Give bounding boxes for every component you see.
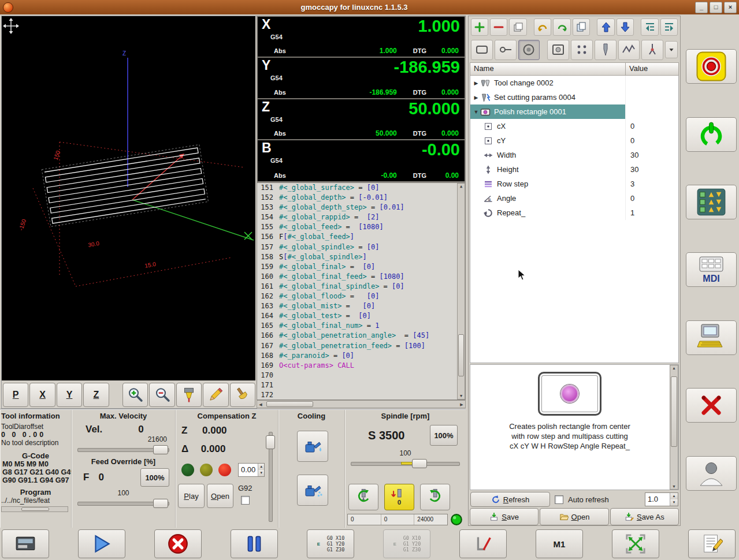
maximize-button[interactable]: □ (710, 2, 722, 13)
estop-button[interactable] (686, 49, 737, 84)
zoomin-button[interactable] (122, 383, 148, 407)
view-z-button[interactable]: Z (83, 383, 109, 407)
spindle-left-button[interactable] (348, 484, 378, 510)
program-hscrollbar[interactable] (1, 506, 68, 512)
outdent-button[interactable] (641, 18, 658, 36)
comp-spin-arrows-icon[interactable]: ▲▼ (258, 464, 264, 476)
settings-button[interactable] (686, 388, 737, 423)
tooledit-button[interactable] (686, 320, 737, 355)
gcode-hscrollbar[interactable]: ◀ ▶ (257, 400, 466, 408)
tree-row[interactable]: Width30 (470, 148, 678, 162)
tree-row-value[interactable]: 1 (625, 206, 678, 220)
save-as-button[interactable]: Save As (610, 508, 679, 525)
tree-row-value[interactable] (625, 90, 678, 104)
expander-icon[interactable]: ▶ (472, 95, 480, 100)
feat-mill-button[interactable] (618, 40, 640, 60)
refresh-interval-spinbox[interactable]: 1.0 ▲▼ (645, 492, 678, 506)
tree-row-value[interactable] (625, 76, 678, 90)
tree-row-value[interactable]: 3 (625, 177, 678, 191)
comp-play-button[interactable]: Play (178, 484, 205, 508)
move-up-button[interactable] (597, 18, 614, 36)
spindle-override-slider[interactable] (351, 458, 460, 468)
g92-checkbox[interactable] (241, 496, 250, 505)
comp-entry[interactable]: 0.00 ▲▼ (238, 463, 265, 477)
duplicate-button[interactable] (509, 18, 526, 36)
pencil-button[interactable] (203, 383, 228, 407)
view-x-button[interactable]: X (29, 383, 55, 407)
feat-grid-button[interactable] (571, 40, 593, 60)
ref-all-button[interactable] (686, 185, 737, 219)
fullscreen-button[interactable] (612, 529, 659, 558)
gcode-vscrollbar[interactable]: ▲ ▼ (457, 183, 465, 400)
stop-button[interactable] (154, 529, 202, 558)
tree-row[interactable]: ▼Polish rectangle 0001 (470, 104, 678, 119)
save-button[interactable]: Save (470, 508, 539, 525)
tree-row[interactable]: cX0 (470, 119, 678, 133)
feat-slot-button[interactable] (495, 40, 517, 60)
copy-button[interactable] (573, 18, 590, 36)
close-button[interactable]: × (724, 2, 737, 13)
dro-axis-b[interactable]: BG54-0.00Abs-0.00DTG0.00 (258, 140, 465, 181)
spin-arrows-icon[interactable]: ▲▼ (670, 493, 678, 506)
feat-rect-button[interactable] (471, 40, 493, 60)
feat-circle-button[interactable] (518, 40, 540, 60)
expander-icon[interactable]: ▶ (472, 80, 480, 86)
dro-axis-x[interactable]: XG541.000Abs1.000DTG0.000 (258, 17, 465, 58)
tree-row-value[interactable] (625, 104, 678, 119)
tree-row-value[interactable]: 0 (625, 133, 678, 148)
indent-button[interactable] (660, 18, 678, 36)
feed-override-slider[interactable] (77, 498, 169, 507)
tree-header-value[interactable]: Value (626, 62, 679, 76)
redo-button[interactable] (553, 18, 570, 36)
tree-row[interactable]: αAngle0 (470, 191, 678, 206)
tree-row[interactable]: cY0 (470, 133, 678, 148)
feat-drill-button[interactable] (595, 40, 617, 60)
add-button[interactable] (471, 18, 488, 36)
velocity-slider[interactable] (77, 445, 169, 454)
mist-button[interactable] (297, 475, 328, 506)
run-from-line-button[interactable] (459, 529, 507, 558)
comp-vertical-slider[interactable] (265, 432, 274, 522)
tree-row-value[interactable]: 0 (625, 119, 678, 133)
info-vscrollbar[interactable]: ▲ ▼ (670, 365, 678, 490)
flood-button[interactable] (297, 431, 328, 462)
tree-row-value[interactable]: 30 (625, 148, 678, 162)
minimize-button[interactable]: _ (695, 2, 708, 13)
dro-axis-z[interactable]: ZG5450.000Abs50.000DTG0.000 (258, 99, 465, 140)
gcode-view[interactable]: 151#<_global_surface> = [0]152#<_global_… (257, 182, 466, 400)
spindle-right-button[interactable] (420, 484, 450, 510)
user-button[interactable] (686, 456, 737, 491)
tree-row-value[interactable]: 0 (625, 191, 678, 206)
auto-refresh-checkbox[interactable] (555, 495, 563, 504)
undo-button[interactable] (534, 18, 551, 36)
move-down-button[interactable] (617, 18, 634, 36)
spindle-stop-button[interactable]: 0 (384, 484, 414, 510)
comp-open-button[interactable]: Open (207, 484, 233, 508)
zoomout-button[interactable] (149, 383, 174, 407)
tree-row[interactable]: ▶Tool change 0002 (470, 76, 678, 90)
gremlin-3d-view[interactable]: Z 150 -150 30.0 15.0 (2, 16, 255, 380)
tree-row-value[interactable]: 30 (625, 162, 678, 177)
expander-icon[interactable]: ▼ (472, 109, 480, 115)
tree-row[interactable]: Repeat_1 (470, 206, 678, 220)
tree-row[interactable]: Height30 (470, 162, 678, 177)
more-features-dropdown[interactable] (665, 41, 678, 58)
pause-button[interactable] (231, 529, 278, 558)
tree-row[interactable]: Row step3 (470, 177, 678, 191)
feat-probe-button[interactable] (641, 40, 663, 60)
brush-button[interactable] (230, 383, 255, 407)
view-p-button[interactable]: P (3, 383, 28, 407)
refresh-button[interactable]: Refresh (470, 492, 550, 507)
titlebar[interactable]: gmoccapy for linuxcnc 1.1.5.3 _ □ × (0, 0, 739, 14)
tree-row[interactable]: ▶Set cutting params 0004 (470, 90, 678, 104)
view-y-button[interactable]: Y (57, 383, 82, 407)
mdi-button[interactable]: MDI (686, 252, 737, 287)
optional-blocks-button[interactable]: EG0 X10G1 Y20G1 Z30 (307, 529, 354, 558)
machine-settings-button[interactable] (2, 529, 49, 558)
feat-pocket-button[interactable] (547, 40, 569, 60)
run-button[interactable] (78, 529, 125, 558)
toolpath-button[interactable] (176, 383, 202, 407)
m1-button[interactable]: M1 (536, 529, 583, 558)
dro-axis-y[interactable]: YG54-186.959Abs-186.959DTG0.000 (258, 58, 465, 99)
remove-button[interactable] (490, 18, 507, 36)
